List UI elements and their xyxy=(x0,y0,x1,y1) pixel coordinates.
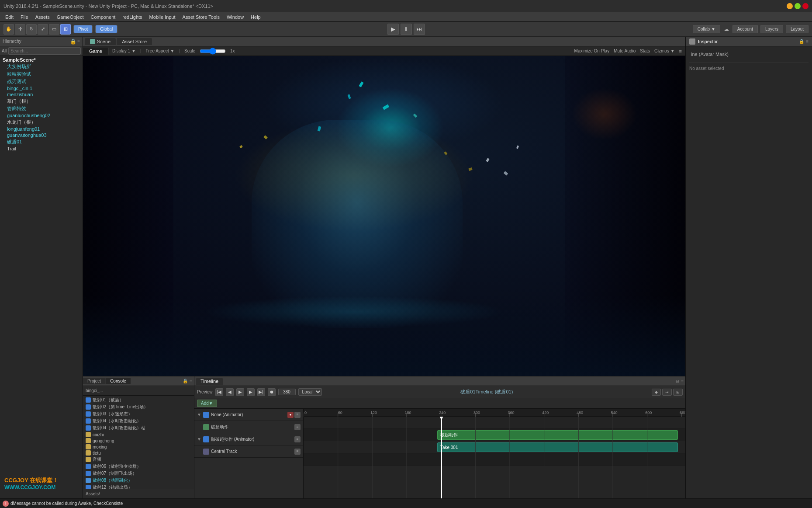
collab-btn[interactable]: Collab ▼ xyxy=(693,25,720,33)
timeline-prev-btn[interactable]: ◀ xyxy=(226,388,234,396)
console-lock-icon[interactable]: 🔒 xyxy=(183,379,188,383)
hierarchy-item-11[interactable]: 破盾01 xyxy=(0,138,83,146)
menu-assets[interactable]: Assets xyxy=(32,14,53,21)
timeline-preview-btn[interactable]: Preview xyxy=(197,390,213,394)
console-item-4[interactable]: 散射04（水时攻击融化）枯 xyxy=(83,424,194,431)
console-item-6[interactable]: 散射07（制群飞出场） xyxy=(83,470,194,477)
timeline-menu-icon[interactable]: ≡ xyxy=(681,379,684,383)
timeline-clip-teal[interactable]: Take 001 xyxy=(437,442,678,452)
global-toggle[interactable]: Global xyxy=(95,25,117,33)
scale-slider[interactable] xyxy=(200,48,226,55)
pause-button[interactable]: ⏸ xyxy=(401,24,412,35)
timeline-frame-input[interactable] xyxy=(278,389,296,395)
console-item-caizhi[interactable]: caizhi xyxy=(83,431,194,438)
console-item-7[interactable]: 散射08（动群融化） xyxy=(83,477,194,484)
timeline-record-btn[interactable]: ⏺ xyxy=(268,388,276,396)
maximize-on-play-btn[interactable]: Maximize On Play xyxy=(574,49,610,53)
hierarchy-item-1[interactable]: 粒粒实验试 xyxy=(0,70,83,78)
hierarchy-item-9[interactable]: longjuanfeng01 xyxy=(0,126,83,132)
menu-mobileinput[interactable]: Mobile Input xyxy=(146,14,179,21)
rect-tool-btn[interactable]: ▭ xyxy=(49,24,59,35)
cloud-btn[interactable]: ☁ xyxy=(723,25,730,34)
hierarchy-item-10[interactable]: guanwutonghua03 xyxy=(0,132,83,138)
project-tab[interactable]: Project xyxy=(83,378,106,384)
console-menu-icon[interactable]: ≡ xyxy=(190,379,192,383)
game-view-menu-icon[interactable]: ≡ xyxy=(679,49,682,54)
maximize-btn[interactable] xyxy=(795,3,801,9)
track-expand-0[interactable]: ▼ xyxy=(197,412,201,417)
menu-redlights[interactable]: redLights xyxy=(119,14,145,21)
account-btn[interactable]: Account xyxy=(733,25,758,33)
timeline-start-btn[interactable]: |◀ xyxy=(215,388,223,396)
stats-btn[interactable]: Stats xyxy=(640,49,650,53)
play-button[interactable]: ▶ xyxy=(387,24,399,35)
minimize-btn[interactable] xyxy=(787,3,793,9)
console-item-8[interactable]: 散射12（钻超出场） xyxy=(83,484,194,489)
console-item-1[interactable]: 散射02（第Time_Line出场） xyxy=(83,404,194,411)
step-button[interactable]: ⏭ xyxy=(414,24,425,35)
pivot-btn[interactable]: Pivot xyxy=(74,25,92,33)
console-tab[interactable]: Console xyxy=(106,378,131,384)
console-item-tietu[interactable]: tietu xyxy=(83,450,194,456)
console-item-yinpin[interactable]: 音频 xyxy=(83,456,194,463)
timeline-tab[interactable]: Timeline xyxy=(196,378,223,385)
hierarchy-item-2[interactable]: 战刃测试 xyxy=(0,78,83,85)
timeline-play-btn[interactable]: ▶ xyxy=(236,388,244,396)
scene-tab[interactable]: Scene xyxy=(85,38,116,45)
global-btn[interactable]: Global xyxy=(96,25,117,33)
track-record-0[interactable]: ● xyxy=(287,412,294,418)
aspect-selector[interactable]: Free Aspect ▼ xyxy=(145,49,174,53)
console-item-gongcheng[interactable]: gongcheng xyxy=(83,438,194,444)
track-menu-1[interactable]: ≡ xyxy=(294,424,301,430)
inspector-menu-icon[interactable]: ≡ xyxy=(806,39,809,44)
menu-component[interactable]: Component xyxy=(87,14,119,21)
console-item-5[interactable]: 散射06（散射涨变动群） xyxy=(83,463,194,470)
menu-edit[interactable]: Edit xyxy=(2,14,17,21)
hierarchy-item-12[interactable]: Trail xyxy=(0,146,83,152)
timeline-ripple-btn[interactable]: ⇥ xyxy=(662,389,672,396)
track-menu-0[interactable]: ≡ xyxy=(294,412,301,418)
hierarchy-item-4[interactable]: menzishuan xyxy=(0,91,83,97)
timeline-local-selector[interactable]: Local xyxy=(298,388,322,396)
timeline-next-btn[interactable]: ▶ xyxy=(247,388,255,396)
hierarchy-all-btn[interactable]: All xyxy=(2,49,7,53)
close-btn[interactable] xyxy=(802,3,809,9)
move-tool-btn[interactable]: ✛ xyxy=(15,24,25,35)
hierarchy-lock-icon[interactable]: 🔒 xyxy=(70,38,76,45)
menu-assetstore[interactable]: Asset Store Tools xyxy=(179,14,223,21)
hierarchy-item-5[interactable]: 幕门（根） xyxy=(0,97,83,105)
game-tab[interactable]: Game xyxy=(83,48,109,55)
track-menu-2[interactable]: ≡ xyxy=(294,436,301,442)
inspector-lock-icon[interactable]: 🔒 xyxy=(799,39,804,44)
hierarchy-item-6[interactable]: 管廊特效 xyxy=(0,105,83,112)
display-selector[interactable]: Display 1 ▼ xyxy=(112,49,136,53)
add-track-btn[interactable]: Add▼ xyxy=(197,400,217,407)
console-item-moxing[interactable]: moxing xyxy=(83,444,194,450)
console-item-3[interactable]: 散射04（水时攻击融化） xyxy=(83,418,194,424)
hierarchy-item-8[interactable]: 水龙门（根） xyxy=(0,118,83,126)
timeline-collapse-btn[interactable]: ⊟ xyxy=(676,379,679,383)
timeline-keyframe-btn[interactable]: ◆ xyxy=(652,389,661,396)
layout-btn[interactable]: Layout xyxy=(786,25,809,33)
timeline-clip-green[interactable]: 破起动作 xyxy=(437,430,678,440)
menu-help[interactable]: Help xyxy=(247,14,264,21)
console-item-0[interactable]: 散射01（被盾） xyxy=(83,397,194,404)
window-controls[interactable] xyxy=(787,3,809,9)
hierarchy-item-samplescene[interactable]: SampleScene* xyxy=(0,57,83,63)
hierarchy-item-0[interactable]: 大实例场所 xyxy=(0,63,83,70)
console-item-2[interactable]: 散射03（水迷形态） xyxy=(83,411,194,418)
hierarchy-item-7[interactable]: guanluochusheng02 xyxy=(0,112,83,118)
timeline-snap-btn[interactable]: ⊞ xyxy=(673,389,683,396)
track-expand-2[interactable]: ▼ xyxy=(197,437,201,442)
hierarchy-item-3[interactable]: bingci_cin 1 xyxy=(0,85,83,91)
hand-tool-btn[interactable]: ✋ xyxy=(3,24,14,35)
timeline-end-btn[interactable]: ▶| xyxy=(257,388,265,396)
rotate-tool-btn[interactable]: ↻ xyxy=(26,24,37,35)
asset-store-tab[interactable]: Asset Store xyxy=(117,38,152,45)
hierarchy-menu-icon[interactable]: ≡ xyxy=(77,38,80,45)
hierarchy-search[interactable] xyxy=(8,47,81,55)
layers-btn[interactable]: Layers xyxy=(760,25,783,33)
scale-tool-btn[interactable]: ⤢ xyxy=(38,24,48,35)
track-menu-3[interactable]: ≡ xyxy=(294,449,301,455)
gizmos-btn[interactable]: Gizmos ▼ xyxy=(654,49,675,53)
